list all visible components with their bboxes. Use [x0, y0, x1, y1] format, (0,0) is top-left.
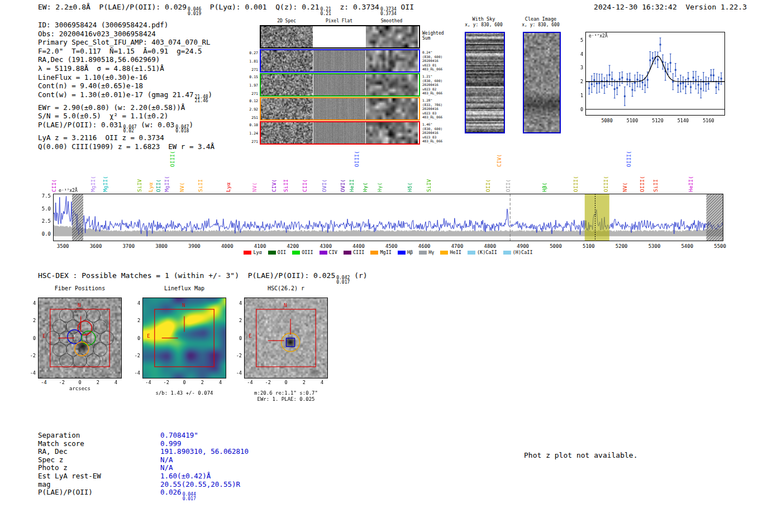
clean-image-title: Clean Image: [517, 16, 564, 22]
lineflux-caption: s/b: 1.43 +/- 0.074: [142, 390, 226, 396]
legend-item: OIII: [292, 250, 313, 255]
uncertainty-lower: 0.02: [123, 129, 134, 133]
fiber-positions-x-tick: 0: [74, 380, 85, 385]
with-sky-image: [465, 32, 505, 133]
lineflux-map-compass-e: E: [147, 333, 150, 339]
legend-swatch: [292, 251, 300, 255]
emission-line-label: OIII(: [169, 151, 175, 167]
hsc-y-tick: 0: [231, 336, 242, 341]
info-line: Obs: 20200416v023_3006958424: [38, 30, 214, 39]
legend-swatch: [370, 251, 378, 255]
inset-x-tick: 5120: [649, 118, 667, 123]
legend-item: (H)CaII: [503, 250, 533, 255]
annotation-line: 1.28": [422, 98, 457, 103]
annotation-line: 403_RL_066: [422, 91, 457, 95]
hsc-x-tick: 4: [317, 380, 328, 385]
match-table-row: Spec zN/A: [38, 456, 249, 464]
inset-ylabel: e⁻¹⁷x2Å: [588, 33, 609, 39]
annotation-line: (830, 600): [422, 79, 457, 83]
uncertainty-lower: 0.3734: [380, 12, 397, 16]
spec2d-row-stats: 0.151.97271: [245, 75, 258, 96]
spec2d-smoothed-image: [366, 122, 418, 143]
match-row-value: N/A: [160, 456, 173, 464]
legend-label: Lyα: [253, 250, 261, 255]
stat-value: 0.27: [245, 51, 258, 55]
emission-line-label: MgII(: [102, 176, 108, 192]
annotation-line: v023_03: [422, 135, 457, 140]
legend-label: MgII: [380, 250, 391, 255]
legend-swatch: [268, 251, 276, 255]
lineflux-map-y-tick: 2: [129, 318, 140, 323]
line-fit-canvas: [585, 32, 725, 116]
lineflux-map-x-tick: 2: [197, 380, 208, 385]
spectrum-x-tick: 5000: [545, 243, 567, 249]
spectrum-x-tick: 4300: [314, 243, 337, 249]
with-sky-coords: x, y: 830, 600: [461, 22, 506, 27]
legend-swatch: [440, 251, 448, 255]
spec2d-smoothed-image: [366, 50, 418, 71]
spec2d-row-stats: 0.122.92251: [245, 99, 258, 120]
spectrum-y-tick: 5.0: [32, 206, 51, 212]
legend-label: OIII: [302, 250, 313, 255]
spectrum-x-tick: 3900: [183, 243, 206, 249]
spectrum-y-tick: 7.5: [32, 193, 51, 199]
stat-value: 271: [245, 140, 258, 144]
lineflux-map-x-tick: -2: [161, 380, 172, 385]
spec2d-col-header: 2D Spec: [264, 18, 309, 23]
annotation-line: 403_RL_066: [422, 115, 457, 119]
hsc-caption-2: EWr: 1. PLAE: 0.025: [244, 396, 328, 402]
spec2d-row-annotation: 1.46"(830, 600)20200416v023_03403_RL_066: [422, 122, 457, 143]
stat-value: 0.12: [245, 99, 258, 103]
spec2d-col-header: Pixel Flat: [317, 18, 361, 23]
match-row-label: Match score: [38, 440, 160, 448]
match-row-value: 0.708419": [160, 431, 198, 439]
fiber-positions-title: Fiber Positions: [38, 285, 122, 291]
spectrum-x-tick: 3700: [117, 243, 140, 249]
emission-line-label: Lyα: [225, 183, 231, 192]
spectrum-y-tick: 2.5: [32, 218, 51, 224]
emission-line-label: MgII(: [90, 176, 96, 192]
stat-value: 1.97: [245, 83, 258, 88]
photz-note: Phot z plot not available.: [524, 451, 638, 459]
hsc-y-tick: -2: [231, 353, 242, 358]
legend-swatch: [398, 251, 406, 255]
annotation-line: v023_01: [422, 63, 457, 68]
stat-value: 0.10: [245, 123, 258, 127]
emission-line-label: OIII(: [573, 176, 579, 192]
spec2d-row: [260, 49, 420, 73]
annotation-line: (830, 600): [422, 127, 457, 131]
spectrum-y-tick: 0.0: [32, 231, 51, 237]
lineflux-map-x-tick: 4: [215, 380, 226, 385]
text-segment: LyA z = 3.2116 OII z = 0.3734: [38, 133, 164, 142]
annotation-line: 20200416: [422, 59, 457, 63]
spectrum-x-tick: 3500: [52, 243, 74, 249]
emission-line-label: NV(: [251, 183, 258, 192]
emission-line-label: HeII(: [688, 176, 694, 192]
emission-line-label: OII(: [505, 179, 511, 192]
text-segment: F=2.0" T=0.117 N̄=1.15 Ā=0.91 g=24.5: [38, 47, 202, 55]
hsc-title: HSC(26.2) r: [244, 285, 328, 291]
full-spectrum-canvas: [53, 194, 723, 241]
legend-item: CIV: [320, 250, 337, 255]
legend-item: CIII: [344, 250, 364, 255]
detection-info-block: ID: 3006958424 (3006958424.pdf)Obs: 2020…: [38, 21, 214, 151]
text-segment: ): [208, 90, 213, 99]
lineflux-map-y-tick: -4: [129, 370, 140, 376]
legend-label: Hγ: [428, 250, 434, 255]
match-row-label: Spec z: [38, 456, 160, 464]
weighted-sum-label: Weighted Sum: [422, 31, 452, 41]
hsc-compass-e: E: [249, 333, 251, 339]
fiber-positions-y-tick: 2: [25, 318, 36, 323]
uncertainty-lower: 0.018: [175, 129, 189, 133]
legend-swatch: [503, 251, 511, 255]
stacked-uncertainty: 21.4821.46: [193, 95, 208, 103]
text-segment: Cont(n) = 9.40(±0.65)e-18: [38, 82, 143, 90]
hsc-caption-1: m:20.6 re:1.1" s:0.7": [244, 390, 328, 396]
uncertainty-lower: 0.019: [188, 12, 201, 16]
fiber-positions-x-tick: 2: [92, 380, 103, 385]
text-segment: P(Lyα): 0.001 Q(z): 0.21: [201, 3, 319, 11]
annotation-line: v023_02: [422, 87, 457, 92]
text-segment: EWr = 2.90(±0.80) (w: 2.20(±0.58))Å: [38, 103, 185, 112]
header-timestamp: 2024-12-30 16:32:42 Version 1.22.3: [594, 3, 747, 11]
inset-y-tick: 1: [574, 93, 583, 98]
